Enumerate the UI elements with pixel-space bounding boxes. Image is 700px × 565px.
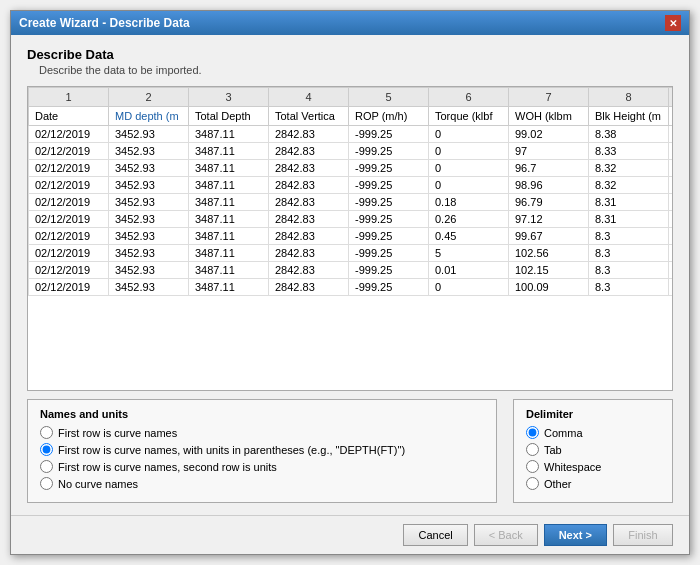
data-table: 1 2 3 4 5 6 7 8 9 Date MD depth (m Total…: [28, 87, 673, 296]
radio-input-3[interactable]: [40, 460, 53, 473]
radio-option-1[interactable]: First row is curve names: [40, 426, 484, 439]
cell-9-3: 2842.83: [269, 279, 349, 296]
cell-1-0: 02/12/2019: [29, 143, 109, 160]
cell-3-6: 98.96: [509, 177, 589, 194]
cell-0-7: 8.38: [589, 126, 669, 143]
cell-6-5: 0.45: [429, 228, 509, 245]
cell-8-2: 3487.11: [189, 262, 269, 279]
cell-5-1: 3452.93: [109, 211, 189, 228]
main-window: Create Wizard - Describe Data ✕ Describe…: [10, 10, 690, 555]
table-row: 02/12/20193452.933487.112842.83-999.250.…: [29, 194, 674, 211]
radio-label-2: First row is curve names, with units in …: [58, 444, 405, 456]
cell-8-3: 2842.83: [269, 262, 349, 279]
delimiter-radio-other[interactable]: [526, 477, 539, 490]
cell-0-8: 10.44: [669, 126, 674, 143]
table-row: 02/12/20193452.933487.112842.83-999.2509…: [29, 160, 674, 177]
col-num-2: 2: [109, 88, 189, 107]
table-row: 02/12/20193452.933487.112842.83-999.2509…: [29, 126, 674, 143]
cell-0-4: -999.25: [349, 126, 429, 143]
cell-3-0: 02/12/2019: [29, 177, 109, 194]
cell-6-1: 3452.93: [109, 228, 189, 245]
cell-3-4: -999.25: [349, 177, 429, 194]
cell-4-3: 2842.83: [269, 194, 349, 211]
section-desc: Describe the data to be imported.: [39, 64, 673, 76]
cell-1-7: 8.33: [589, 143, 669, 160]
cell-9-0: 02/12/2019: [29, 279, 109, 296]
cell-5-3: 2842.83: [269, 211, 349, 228]
delimiter-option-tab[interactable]: Tab: [526, 443, 660, 456]
table-row: 02/12/20193452.933487.112842.83-999.2551…: [29, 245, 674, 262]
cell-8-8: 10.45: [669, 262, 674, 279]
radio-option-2[interactable]: First row is curve names, with units in …: [40, 443, 484, 456]
cell-7-3: 2842.83: [269, 245, 349, 262]
delimiter-option-whitespace[interactable]: Whitespace: [526, 460, 660, 473]
cell-5-8: 10.45: [669, 211, 674, 228]
cell-6-8: 10.45: [669, 228, 674, 245]
close-button[interactable]: ✕: [665, 15, 681, 31]
cell-1-4: -999.25: [349, 143, 429, 160]
cell-0-1: 3452.93: [109, 126, 189, 143]
delimiter-radio-comma[interactable]: [526, 426, 539, 439]
radio-input-2[interactable]: [40, 443, 53, 456]
delimiter-label-whitespace: Whitespace: [544, 461, 601, 473]
cell-8-6: 102.15: [509, 262, 589, 279]
cell-9-7: 8.3: [589, 279, 669, 296]
cell-4-1: 3452.93: [109, 194, 189, 211]
cancel-button[interactable]: Cancel: [403, 524, 467, 546]
radio-label-4: No curve names: [58, 478, 138, 490]
col-num-7: 7: [509, 88, 589, 107]
column-labels-row: Date MD depth (m Total Depth Total Verti…: [29, 107, 674, 126]
finish-button[interactable]: Finish: [613, 524, 673, 546]
names-units-title: Names and units: [40, 408, 484, 420]
column-numbers-row: 1 2 3 4 5 6 7 8 9: [29, 88, 674, 107]
cell-8-7: 8.3: [589, 262, 669, 279]
col-label-torque: Torque (klbf: [429, 107, 509, 126]
delimiter-radio-whitespace[interactable]: [526, 460, 539, 473]
cell-5-7: 8.31: [589, 211, 669, 228]
cell-6-4: -999.25: [349, 228, 429, 245]
col-label-woh: WOH (klbm: [509, 107, 589, 126]
col-label-date: Date: [29, 107, 109, 126]
cell-1-6: 97: [509, 143, 589, 160]
radio-input-4[interactable]: [40, 477, 53, 490]
title-bar: Create Wizard - Describe Data ✕: [11, 11, 689, 35]
radio-option-4[interactable]: No curve names: [40, 477, 484, 490]
cell-5-6: 97.12: [509, 211, 589, 228]
cell-0-2: 3487.11: [189, 126, 269, 143]
col-num-6: 6: [429, 88, 509, 107]
delimiter-option-comma[interactable]: Comma: [526, 426, 660, 439]
cell-1-8: 10.44: [669, 143, 674, 160]
delimiter-box: Delimiter Comma Tab Whitespace Other: [513, 399, 673, 503]
delimiter-label-tab: Tab: [544, 444, 562, 456]
cell-1-1: 3452.93: [109, 143, 189, 160]
col-num-9: 9: [669, 88, 674, 107]
cell-3-8: 10.45: [669, 177, 674, 194]
radio-input-1[interactable]: [40, 426, 53, 439]
radio-option-3[interactable]: First row is curve names, second row is …: [40, 460, 484, 473]
data-table-container[interactable]: 1 2 3 4 5 6 7 8 9 Date MD depth (m Total…: [27, 86, 673, 391]
cell-1-2: 3487.11: [189, 143, 269, 160]
cell-9-1: 3452.93: [109, 279, 189, 296]
cell-4-8: 10.45: [669, 194, 674, 211]
cell-9-8: 10.45: [669, 279, 674, 296]
cell-0-6: 99.02: [509, 126, 589, 143]
cell-2-3: 2842.83: [269, 160, 349, 177]
delimiter-title: Delimiter: [526, 408, 660, 420]
cell-0-3: 2842.83: [269, 126, 349, 143]
delimiter-label-other: Other: [544, 478, 572, 490]
cell-3-7: 8.32: [589, 177, 669, 194]
cell-2-6: 96.7: [509, 160, 589, 177]
col-label-total-depth: Total Depth: [189, 107, 269, 126]
cell-2-7: 8.32: [589, 160, 669, 177]
col-num-1: 1: [29, 88, 109, 107]
cell-9-2: 3487.11: [189, 279, 269, 296]
content-area: Describe Data Describe the data to be im…: [11, 35, 689, 515]
delimiter-option-other[interactable]: Other: [526, 477, 660, 490]
cell-5-5: 0.26: [429, 211, 509, 228]
cell-2-2: 3487.11: [189, 160, 269, 177]
cell-5-0: 02/12/2019: [29, 211, 109, 228]
delimiter-radio-tab[interactable]: [526, 443, 539, 456]
cell-3-2: 3487.11: [189, 177, 269, 194]
next-button[interactable]: Next >: [544, 524, 607, 546]
back-button[interactable]: < Back: [474, 524, 538, 546]
